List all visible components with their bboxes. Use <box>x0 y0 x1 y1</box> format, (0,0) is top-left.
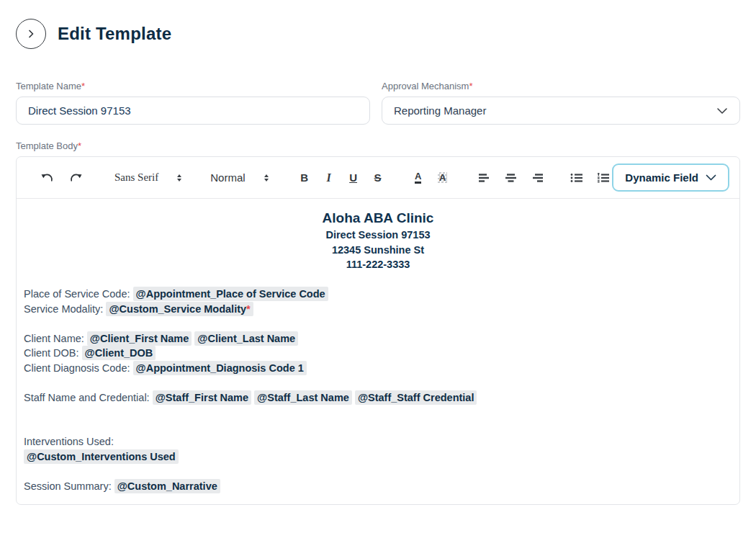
template-name-label: Template Name* <box>16 81 370 91</box>
ordered-list-icon <box>597 173 610 183</box>
style-picker[interactable]: Normal <box>210 171 268 184</box>
template-name-label-text: Template Name <box>16 81 81 91</box>
required-asterisk: * <box>78 140 81 151</box>
template-name-field-group: Template Name* <box>16 81 370 125</box>
dynamic-field-token[interactable]: @Staff_Last Name <box>254 390 352 405</box>
style-picker-value: Normal <box>210 171 245 184</box>
dynamic-field-token[interactable]: @Appointment_Place of Service Code <box>133 287 328 301</box>
approval-mechanism-select[interactable]: Reporting Manager <box>382 97 740 125</box>
edit-template-page: Edit Template Template Name* Approval Me… <box>0 0 756 521</box>
undo-button[interactable] <box>38 169 55 187</box>
document-line: Service Modality: @Custom_Service Modali… <box>24 302 732 317</box>
dynamic-field-token[interactable]: @Client_DOB <box>82 346 156 360</box>
dynamic-field-token[interactable]: @Custom_Interventions Used <box>24 449 179 464</box>
dynamic-field-token[interactable]: @Custom_Narrative <box>114 479 220 493</box>
template-name-input[interactable] <box>16 97 370 125</box>
bullet-list-button[interactable] <box>568 169 585 187</box>
document-line <box>24 464 732 479</box>
ordered-list-button[interactable] <box>595 169 612 187</box>
approval-mechanism-label-text: Approval Mechanism <box>382 81 469 91</box>
font-picker[interactable]: Sans Serif <box>114 171 181 184</box>
picker-arrows-icon <box>177 174 181 182</box>
picker-arrows-icon <box>264 174 269 182</box>
document-line: Staff Name and Credential: @Staff_First … <box>24 390 732 406</box>
highlight-color-button[interactable]: A <box>434 169 451 187</box>
approval-mechanism-label: Approval Mechanism* <box>382 81 740 91</box>
undo-icon <box>41 172 53 183</box>
document-line: Client Name: @Client_First Name @Client_… <box>24 331 732 346</box>
redo-icon <box>70 172 82 183</box>
required-asterisk: * <box>246 303 251 315</box>
document-line <box>24 420 732 435</box>
document-line <box>24 375 732 390</box>
chevron-down-icon <box>716 107 728 115</box>
font-picker-value: Sans Serif <box>114 171 158 184</box>
editor-content[interactable]: Aloha ABA ClinicDirect Session 971531234… <box>17 199 739 504</box>
align-right-button[interactable] <box>529 169 546 187</box>
underline-button[interactable]: U <box>345 169 362 187</box>
strikethrough-button[interactable]: S <box>369 169 387 187</box>
template-body-label-text: Template Body <box>16 140 78 151</box>
editor-toolbar: Sans Serif Normal B I U S A A <box>17 157 739 199</box>
bold-button[interactable]: B <box>296 169 313 187</box>
document-line: @Custom_Interventions Used <box>24 449 732 465</box>
dynamic-field-token[interactable]: @Client_First Name <box>87 331 192 346</box>
align-left-icon <box>478 173 490 183</box>
dynamic-field-token[interactable]: @Staff_First Name <box>153 390 251 405</box>
document-header-line: Direct Session 97153 <box>24 228 732 243</box>
align-right-icon <box>531 173 544 183</box>
dynamic-field-dropdown[interactable]: Dynamic Field <box>612 164 729 192</box>
dynamic-field-token[interactable]: @Custom_Service Modality* <box>106 302 253 316</box>
approval-mechanism-field-group: Approval Mechanism* Reporting Manager <box>382 81 740 125</box>
page-header: Edit Template <box>16 19 740 49</box>
form-row: Template Name* Approval Mechanism* Repor… <box>16 81 740 125</box>
chevron-down-icon <box>706 174 716 181</box>
document-line: Session Summary: @Custom_Narrative <box>24 479 732 494</box>
align-center-icon <box>505 173 517 183</box>
document-line: Place of Service Code: @Appointment_Plac… <box>24 287 732 302</box>
document-line <box>24 272 732 287</box>
template-body-editor: Sans Serif Normal B I U S A A <box>16 156 740 505</box>
document-header-line: 12345 Sunshine St <box>24 243 732 258</box>
document-line: Interventions Used: <box>24 434 732 449</box>
document-line <box>24 316 732 331</box>
dynamic-field-token[interactable]: @Appointment_Diagnosis Code 1 <box>133 361 307 375</box>
align-center-button[interactable] <box>503 169 520 187</box>
highlight-color-icon: A <box>438 172 447 183</box>
text-color-icon: A <box>415 171 421 184</box>
dynamic-field-label: Dynamic Field <box>625 171 698 184</box>
align-left-button[interactable] <box>476 169 493 187</box>
page-title: Edit Template <box>58 24 171 44</box>
redo-button[interactable] <box>67 169 84 187</box>
chevron-right-icon <box>26 29 36 39</box>
dynamic-field-token[interactable]: @Staff_Staff Credential <box>355 390 477 405</box>
required-asterisk: * <box>81 81 85 91</box>
bullet-list-icon <box>570 173 583 183</box>
document-title-line: Aloha ABA Clinic <box>24 209 732 228</box>
document-header-line: 111-222-3333 <box>24 257 732 272</box>
document-line: Client Diagnosis Code: @Appointment_Diag… <box>24 361 732 376</box>
collapse-button[interactable] <box>16 19 46 49</box>
italic-button[interactable]: I <box>320 169 338 187</box>
required-asterisk: * <box>469 81 472 91</box>
dynamic-field-token[interactable]: @Client_Last Name <box>194 331 298 346</box>
template-body-label: Template Body* <box>16 140 740 151</box>
approval-mechanism-value: Reporting Manager <box>394 104 486 117</box>
document-line: Client DOB: @Client_DOB <box>24 346 732 361</box>
text-color-button[interactable]: A <box>410 169 427 187</box>
document-line <box>24 405 732 420</box>
